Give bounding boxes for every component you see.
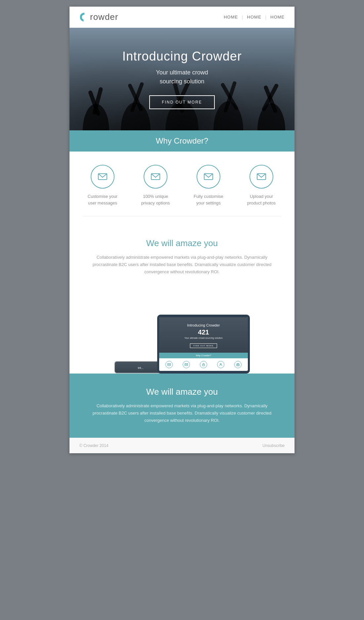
header: rowder HOME | HOME | HOME — [69, 7, 295, 28]
tablet-mini-email-1 — [167, 363, 171, 366]
tablet-mini-cta: FIND OUT MORE — [190, 343, 217, 348]
amaze-teal-section: We will amaze you Collaboratively admini… — [69, 374, 295, 437]
tablet-screen: Introducing Crowder 421 Your ultimate cr… — [159, 317, 248, 371]
hero-section: Introducing Crowder Your ultimate crowds… — [69, 28, 295, 130]
nav-sep-1: | — [242, 15, 243, 20]
devices-section: Int... Introducing Crowder 421 Your ulti… — [69, 288, 295, 374]
svg-rect-21 — [203, 365, 205, 366]
footer: © Crowder 2014 Unsubscribe — [69, 438, 295, 453]
hero-title: Introducing Crowder — [122, 49, 242, 64]
email-container: rowder HOME | HOME | HOME — [69, 7, 295, 453]
features-grid: Customise youruser messages 100% uniquep… — [76, 165, 288, 206]
email-icon-1 — [97, 171, 108, 182]
why-crowder-title: Why Crowder? — [79, 136, 285, 146]
nav: HOME | HOME | HOME — [224, 15, 285, 20]
svg-point-22 — [220, 364, 221, 365]
feature-item-2: 100% uniqueprivacy options — [132, 165, 179, 206]
tablet-mini-num: 421 — [162, 329, 245, 336]
feature-label-2: 100% uniqueprivacy options — [141, 193, 170, 206]
tablet-mockup: Introducing Crowder 421 Your ultimate cr… — [157, 315, 250, 374]
svg-point-24 — [237, 364, 238, 365]
feature-label-1: Customise youruser messages — [88, 193, 117, 206]
feature-item-1: Customise youruser messages — [79, 165, 126, 206]
logo-icon — [79, 13, 89, 22]
tablet-mini-lock — [202, 363, 205, 366]
tablet-icon-2 — [183, 361, 190, 368]
logo[interactable]: rowder — [79, 12, 118, 22]
tablet-icon-3 — [200, 361, 207, 368]
svg-point-12 — [257, 103, 285, 130]
feature-icon-circle-2 — [144, 165, 167, 189]
tablet-icon-5 — [234, 361, 242, 368]
unsubscribe-link[interactable]: Unsubscribe — [262, 443, 285, 448]
tablet-icon-4 — [217, 361, 224, 368]
tablet-mini-person — [219, 363, 222, 366]
nav-item-1[interactable]: HOME — [224, 15, 238, 20]
amaze-teal-text: Collaboratively administrate empowered m… — [89, 402, 275, 424]
hero-subtitle: Your ultimate crowdsourcing solution — [122, 68, 242, 86]
amaze-white-title: We will amaze you — [89, 238, 275, 248]
nav-item-2[interactable]: HOME — [247, 15, 261, 20]
amaze-white-section: We will amaze you Collaboratively admini… — [69, 226, 295, 288]
amaze-teal-title: We will amaze you — [89, 387, 275, 397]
tablet-inner: Introducing Crowder 421 Your ultimate cr… — [159, 317, 248, 371]
email-icon-4 — [256, 171, 267, 182]
amaze-white-text: Collaboratively administrate empowered m… — [89, 254, 275, 276]
feature-icon-circle-1 — [91, 165, 114, 189]
nav-sep-2: | — [265, 15, 266, 20]
tablet-mini-icons — [159, 358, 248, 371]
feature-label-3: Fully customiseyour settings — [194, 193, 223, 206]
feature-item-4: Upload yourproduct photos — [238, 165, 285, 206]
feature-item-3: Fully customiseyour settings — [185, 165, 232, 206]
email-icon-3 — [203, 171, 214, 182]
tablet-mini-email-2 — [185, 363, 188, 366]
features-section: Customise youruser messages 100% uniquep… — [69, 152, 295, 226]
phone-mini-title: Int... — [117, 366, 164, 370]
feature-label-4: Upload yourproduct photos — [247, 193, 276, 206]
tablet-mini-hero: Introducing Crowder 421 Your ultimate cr… — [159, 317, 248, 353]
tablet-mini-title: Introducing Crowder — [162, 323, 245, 327]
features-divider — [83, 216, 281, 216]
tablet-mini-band: Why Crowder? — [159, 353, 248, 358]
footer-copyright: © Crowder 2014 — [79, 443, 109, 448]
logo-text: rowder — [90, 12, 118, 22]
hero-content: Introducing Crowder Your ultimate crowds… — [122, 49, 242, 109]
why-crowder-band: Why Crowder? — [69, 130, 295, 152]
tablet-mini-sub: Your ultimate crowd sourcing solution — [162, 337, 245, 339]
feature-icon-circle-3 — [197, 165, 220, 189]
nav-item-3[interactable]: HOME — [270, 15, 285, 20]
find-out-more-button[interactable]: FIND OUT MORE — [149, 95, 215, 109]
tablet-mini-camera — [236, 363, 240, 366]
email-icon-2 — [150, 171, 161, 182]
feature-icon-circle-4 — [250, 165, 273, 189]
tablet-icon-1 — [165, 361, 173, 368]
